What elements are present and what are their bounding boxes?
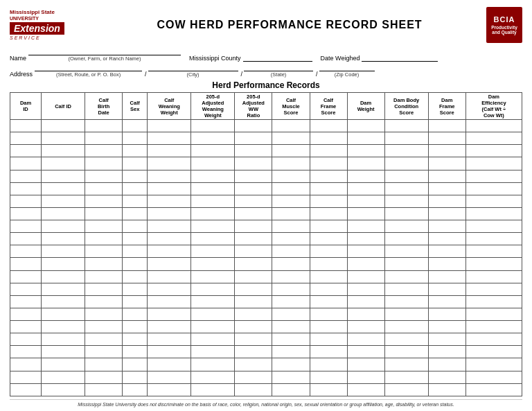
table-cell[interactable] (428, 258, 466, 270)
table-cell[interactable] (191, 333, 235, 346)
table-cell[interactable] (10, 283, 42, 295)
table-cell[interactable] (42, 295, 85, 308)
table-cell[interactable] (466, 321, 522, 333)
table-cell[interactable] (466, 195, 522, 207)
table-cell[interactable] (466, 170, 522, 182)
table-cell[interactable] (347, 195, 384, 207)
table-cell[interactable] (42, 182, 85, 195)
table-cell[interactable] (123, 220, 148, 233)
table-cell[interactable] (85, 258, 123, 270)
table-cell[interactable] (428, 182, 466, 195)
table-cell[interactable] (466, 145, 522, 157)
table-cell[interactable] (191, 195, 235, 207)
table-cell[interactable] (42, 220, 85, 233)
table-cell[interactable] (148, 233, 191, 245)
table-cell[interactable] (191, 358, 235, 371)
table-cell[interactable] (10, 120, 42, 132)
table-cell[interactable] (123, 195, 148, 207)
table-cell[interactable] (235, 321, 272, 333)
table-cell[interactable] (42, 383, 85, 396)
table-cell[interactable] (148, 120, 191, 132)
table-cell[interactable] (85, 245, 123, 258)
table-cell[interactable] (310, 308, 347, 320)
table-cell[interactable] (148, 321, 191, 333)
table-cell[interactable] (191, 371, 235, 383)
table-cell[interactable] (10, 270, 42, 283)
table-cell[interactable] (191, 132, 235, 145)
table-cell[interactable] (384, 258, 428, 270)
table-cell[interactable] (310, 321, 347, 333)
table-cell[interactable] (148, 145, 191, 157)
table-cell[interactable] (42, 132, 85, 145)
table-cell[interactable] (42, 195, 85, 207)
table-cell[interactable] (428, 157, 466, 170)
table-cell[interactable] (347, 308, 384, 320)
table-cell[interactable] (384, 157, 428, 170)
table-cell[interactable] (466, 295, 522, 308)
table-cell[interactable] (428, 145, 466, 157)
table-cell[interactable] (42, 321, 85, 333)
table-cell[interactable] (123, 245, 148, 258)
table-cell[interactable] (466, 383, 522, 396)
table-cell[interactable] (466, 157, 522, 170)
table-cell[interactable] (466, 182, 522, 195)
table-cell[interactable] (310, 220, 347, 233)
table-cell[interactable] (428, 207, 466, 220)
table-cell[interactable] (10, 321, 42, 333)
table-cell[interactable] (85, 270, 123, 283)
table-cell[interactable] (85, 283, 123, 295)
table-cell[interactable] (384, 321, 428, 333)
table-cell[interactable] (148, 358, 191, 371)
table-cell[interactable] (347, 358, 384, 371)
table-cell[interactable] (466, 333, 522, 346)
table-cell[interactable] (272, 245, 310, 258)
table-cell[interactable] (384, 371, 428, 383)
table-cell[interactable] (85, 233, 123, 245)
table-cell[interactable] (428, 270, 466, 283)
table-cell[interactable] (191, 145, 235, 157)
table-cell[interactable] (310, 358, 347, 371)
table-cell[interactable] (347, 207, 384, 220)
table-cell[interactable] (310, 258, 347, 270)
table-cell[interactable] (466, 120, 522, 132)
table-cell[interactable] (384, 245, 428, 258)
table-cell[interactable] (235, 182, 272, 195)
table-cell[interactable] (42, 358, 85, 371)
table-cell[interactable] (85, 333, 123, 346)
table-cell[interactable] (123, 233, 148, 245)
table-cell[interactable] (42, 371, 85, 383)
table-cell[interactable] (42, 207, 85, 220)
table-cell[interactable] (10, 220, 42, 233)
table-cell[interactable] (466, 245, 522, 258)
table-cell[interactable] (191, 308, 235, 320)
table-cell[interactable] (10, 195, 42, 207)
table-cell[interactable] (123, 383, 148, 396)
table-cell[interactable] (148, 157, 191, 170)
table-cell[interactable] (384, 308, 428, 320)
table-cell[interactable] (42, 270, 85, 283)
table-cell[interactable] (310, 170, 347, 182)
table-cell[interactable] (85, 383, 123, 396)
table-cell[interactable] (191, 346, 235, 358)
table-cell[interactable] (191, 182, 235, 195)
zip-line[interactable] (319, 63, 375, 71)
table-cell[interactable] (466, 207, 522, 220)
table-cell[interactable] (384, 295, 428, 308)
table-cell[interactable] (384, 220, 428, 233)
table-cell[interactable] (384, 233, 428, 245)
table-cell[interactable] (42, 233, 85, 245)
table-cell[interactable] (123, 283, 148, 295)
table-cell[interactable] (466, 308, 522, 320)
table-cell[interactable] (384, 383, 428, 396)
table-cell[interactable] (347, 371, 384, 383)
table-cell[interactable] (272, 308, 310, 320)
table-cell[interactable] (272, 145, 310, 157)
table-cell[interactable] (191, 270, 235, 283)
table-cell[interactable] (384, 145, 428, 157)
table-cell[interactable] (428, 346, 466, 358)
table-cell[interactable] (428, 371, 466, 383)
table-cell[interactable] (428, 195, 466, 207)
table-cell[interactable] (148, 245, 191, 258)
table-cell[interactable] (272, 207, 310, 220)
table-cell[interactable] (310, 195, 347, 207)
